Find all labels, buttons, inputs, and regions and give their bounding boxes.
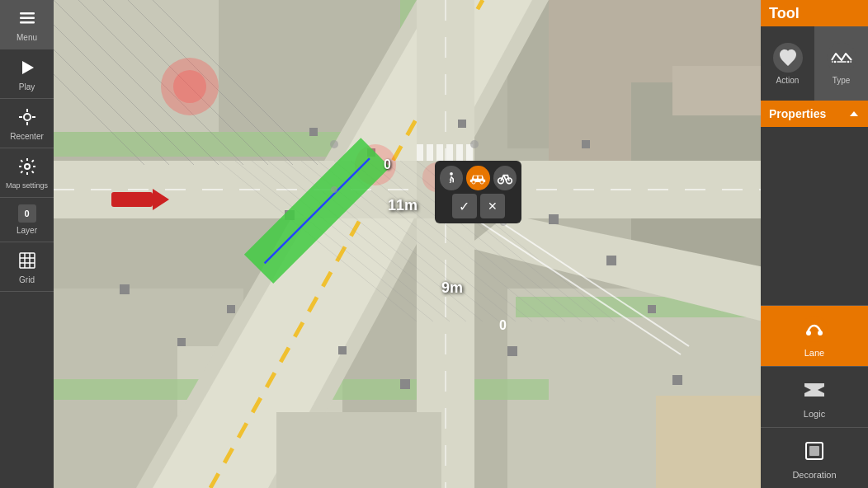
svg-point-4 <box>24 114 31 120</box>
map-settings-label: Map settings <box>6 181 48 190</box>
svg-rect-69 <box>507 346 517 356</box>
logic-button[interactable]: Logic <box>761 366 868 427</box>
svg-rect-99 <box>276 412 441 488</box>
map-area[interactable]: 0 11m 9m 0 <box>54 0 868 488</box>
tool-actions: Action Type <box>761 26 868 101</box>
svg-rect-74 <box>177 338 186 346</box>
svg-marker-3 <box>22 61 34 74</box>
recenter-label: Recenter <box>10 132 44 141</box>
svg-point-102 <box>472 181 475 184</box>
svg-point-80 <box>173 70 206 103</box>
svg-rect-75 <box>120 284 130 294</box>
popup-cancel-button[interactable]: ✕ <box>480 194 505 218</box>
svg-rect-73 <box>309 128 318 136</box>
decoration-label: Decoration <box>792 470 836 480</box>
svg-point-94 <box>331 186 337 193</box>
properties-title: Properties <box>769 107 826 120</box>
svg-rect-2 <box>20 21 35 24</box>
menu-icon <box>16 7 39 30</box>
popup-bike-button[interactable] <box>493 166 517 190</box>
grid-icon <box>16 249 39 272</box>
popup-type-row <box>440 166 517 190</box>
svg-point-113 <box>818 331 823 336</box>
action-icon <box>773 43 803 73</box>
svg-point-101 <box>450 172 453 176</box>
confirm-icon: ✓ <box>459 199 469 214</box>
play-button[interactable]: Play <box>0 49 54 99</box>
recenter-button[interactable]: Recenter <box>0 99 54 148</box>
svg-point-93 <box>330 140 338 148</box>
svg-point-106 <box>498 178 503 184</box>
svg-text:11m: 11m <box>388 197 417 214</box>
decoration-icon <box>800 436 829 466</box>
map-settings-button[interactable]: Map settings <box>0 148 54 198</box>
action-button[interactable]: Action <box>761 26 814 101</box>
popup-walk-button[interactable] <box>440 166 463 190</box>
svg-rect-72 <box>227 305 235 313</box>
type-label: Type <box>833 76 851 85</box>
logic-icon <box>800 375 829 405</box>
layer-label: Layer <box>17 226 37 235</box>
svg-rect-115 <box>809 446 819 456</box>
popup-car-button[interactable] <box>466 166 489 190</box>
svg-point-109 <box>847 60 850 63</box>
right-bottom-tools: Lane Logic Decoration <box>761 305 868 488</box>
lane-button[interactable]: Lane <box>761 305 868 366</box>
svg-rect-83 <box>111 192 153 207</box>
decoration-button[interactable]: Decoration <box>761 427 868 488</box>
layer-badge: 0 <box>18 204 36 223</box>
svg-text:0: 0 <box>384 157 391 171</box>
action-label: Action <box>776 76 800 85</box>
svg-point-112 <box>806 331 811 336</box>
properties-collapse-icon[interactable] <box>848 108 860 120</box>
svg-rect-66 <box>549 214 559 224</box>
menu-label: Menu <box>17 33 37 42</box>
svg-point-111 <box>801 316 828 342</box>
svg-point-9 <box>25 164 30 169</box>
svg-rect-65 <box>458 120 466 128</box>
svg-rect-68 <box>648 305 656 313</box>
svg-rect-10 <box>20 253 35 268</box>
svg-rect-98 <box>672 0 771 66</box>
tool-title: Tool <box>769 5 800 22</box>
lane-icon <box>800 314 829 344</box>
svg-rect-105 <box>479 176 482 179</box>
svg-point-103 <box>480 181 484 184</box>
svg-rect-67 <box>606 256 616 265</box>
grid-button[interactable]: Grid <box>0 242 54 292</box>
tool-header: Tool <box>761 0 868 26</box>
lane-label: Lane <box>804 348 824 358</box>
play-label: Play <box>19 82 35 92</box>
svg-rect-35 <box>417 144 423 161</box>
svg-rect-39 <box>456 144 463 161</box>
type-button[interactable]: Type <box>814 26 868 101</box>
type-icon <box>827 43 856 73</box>
context-popup: ✓ ✕ <box>435 161 521 223</box>
popup-action-row: ✓ ✕ <box>440 194 517 218</box>
svg-rect-37 <box>436 144 443 161</box>
svg-rect-0 <box>20 12 35 15</box>
svg-rect-104 <box>474 176 477 179</box>
svg-rect-38 <box>446 144 453 161</box>
properties-header: Properties <box>761 101 868 127</box>
svg-marker-110 <box>850 111 858 116</box>
cancel-icon: ✕ <box>488 199 498 213</box>
right-panel: Tool Action Type Properties <box>761 0 868 488</box>
svg-rect-1 <box>20 17 35 20</box>
grid-label: Grid <box>19 275 35 284</box>
map-settings-icon <box>16 155 39 178</box>
svg-rect-76 <box>582 140 590 148</box>
svg-rect-36 <box>427 144 433 161</box>
svg-rect-70 <box>400 379 410 389</box>
logic-label: Logic <box>804 409 825 419</box>
menu-button[interactable]: Menu <box>0 0 54 49</box>
layer-button[interactable]: 0 Layer <box>0 198 54 242</box>
svg-text:9m: 9m <box>441 279 463 296</box>
svg-point-108 <box>833 60 837 63</box>
popup-confirm-button[interactable]: ✓ <box>452 194 477 218</box>
svg-point-95 <box>470 140 479 148</box>
svg-rect-77 <box>672 375 682 385</box>
svg-rect-71 <box>338 346 347 354</box>
play-icon <box>16 56 39 79</box>
recenter-icon <box>16 106 39 129</box>
